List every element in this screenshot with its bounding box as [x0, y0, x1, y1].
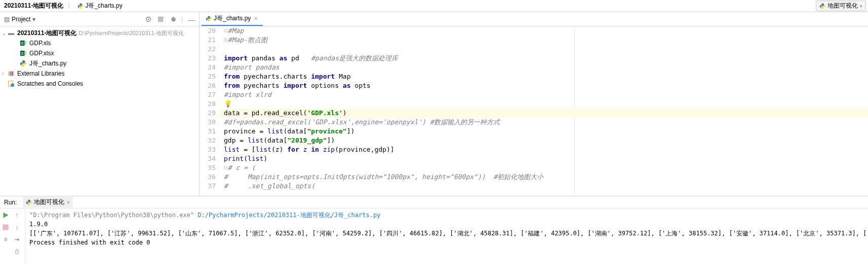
run-body: ↑ ↓ ≡ ⇥ · ⎙ "D:\Program Files\Python\Pyt…: [0, 208, 868, 264]
code-text: pd: [287, 54, 311, 62]
line-number: 35: [200, 163, 216, 172]
code-text: list: [248, 155, 263, 162]
code-text: data = pd.read_excel(: [224, 109, 307, 117]
code-text: as: [343, 82, 351, 89]
svg-rect-15: [25, 54, 27, 55]
svg-point-26: [29, 204, 30, 204]
line-number: 32: [200, 136, 216, 145]
breadcrumb-file-label: J哥_charts.py: [85, 2, 122, 10]
svg-rect-10: [25, 44, 27, 45]
gutter[interactable]: 20 21 22 23 24 25 26 27 28 29 30 31 32 3…: [200, 26, 220, 196]
line-number: 21: [200, 36, 216, 45]
intention-bulb-icon[interactable]: 💡: [224, 100, 232, 108]
divider: |: [181, 16, 183, 23]
run-label: Run:: [4, 199, 17, 206]
code-text: opts: [350, 82, 370, 89]
code-text: #import xlrd: [224, 91, 271, 98]
file-path: D:\PycharmProjects\20210311-地图可视化: [78, 29, 184, 37]
code-text: ]): [347, 127, 355, 135]
line-number: 31: [200, 127, 216, 136]
code-text: # Map(init_opts=opts.InitOpts(width="100…: [224, 173, 543, 181]
navigation-bar: 20210311-地图可视化 〉 J哥_charts.py 地图可视化 ▾: [0, 0, 868, 12]
code-text: #pandas是强大的数据处理库: [311, 54, 398, 62]
file-charts-py[interactable]: J哥_charts.py: [0, 58, 199, 68]
console-output[interactable]: "D:\Program Files\Python\Python38\python…: [25, 208, 868, 264]
target-icon[interactable]: [145, 16, 152, 23]
breadcrumb-file[interactable]: J哥_charts.py: [75, 1, 124, 11]
code-text: as: [280, 54, 288, 62]
editor-tab-charts[interactable]: J哥_charts.py ×: [202, 12, 263, 26]
layout-icon[interactable]: ≡: [1, 235, 10, 244]
code-text: in: [311, 146, 319, 153]
code-text: (data[: [283, 127, 307, 135]
project-tool-window: ▤ Project ▾ | — ⌄ ▬ 20210311-地图可视化 D:\Py…: [0, 12, 200, 196]
code-text: zip: [323, 146, 335, 153]
console-text: D:/PycharmProjects/20210311-地图可视化/J哥_cha…: [198, 212, 380, 219]
collapse-icon[interactable]: [157, 16, 164, 23]
code-text: options: [307, 82, 342, 89]
rerun-icon[interactable]: [1, 211, 10, 220]
editor-body[interactable]: 20 21 22 23 24 25 26 27 28 29 30 31 32 3…: [200, 26, 868, 196]
code-text: # c = (: [228, 164, 256, 171]
chevron-down-icon: ▾: [32, 16, 35, 23]
svg-point-5: [148, 18, 149, 20]
svg-rect-27: [3, 224, 8, 230]
code-text: print: [224, 155, 244, 162]
svg-point-17: [24, 65, 24, 66]
code-text: #import pandas: [224, 63, 280, 71]
python-icon: [26, 199, 32, 205]
editor-panel: J哥_charts.py × 20 21 22 23 24 25 26 27 2…: [200, 12, 868, 196]
code-area[interactable]: ⊟#Map ⊟#Map-散点图 import pandas as pd #pan…: [220, 26, 868, 196]
run-configuration-selector[interactable]: 地图可视化 ▾: [816, 1, 866, 11]
file-gdp-xls[interactable]: X GDP.xls: [0, 38, 199, 48]
file-gdp-xlsx[interactable]: X GDP.xlsx: [0, 48, 199, 58]
code-text: "2019_gdp": [287, 136, 327, 144]
close-icon[interactable]: ×: [66, 199, 70, 206]
svg-point-0: [80, 4, 80, 4]
excel-icon: X: [19, 39, 27, 47]
code-text: list: [224, 146, 240, 153]
chevron-right-icon: 〉: [66, 2, 74, 10]
soft-wrap-icon[interactable]: ⇥: [12, 235, 21, 244]
python-icon: [206, 16, 212, 22]
code-text: #Map-散点图: [228, 36, 267, 44]
code-text: #df=pandas.read_excel('GDP.xlsx',engine=…: [224, 118, 500, 126]
project-view-selector[interactable]: ▤ Project ▾: [4, 16, 145, 23]
svg-text:X: X: [21, 42, 24, 45]
gear-icon[interactable]: [169, 16, 176, 23]
excel-icon: X: [19, 49, 27, 57]
down-icon[interactable]: ↓: [12, 223, 21, 232]
code-text: province =: [224, 127, 267, 135]
code-text: import: [224, 54, 248, 62]
run-tab[interactable]: 地图可视化 ×: [23, 197, 73, 207]
print-icon[interactable]: ⎙: [12, 247, 21, 256]
project-tree[interactable]: ⌄ ▬ 20210311-地图可视化 D:\PycharmProjects\20…: [0, 26, 199, 196]
close-icon[interactable]: ×: [253, 15, 259, 22]
line-number: 33: [200, 145, 216, 154]
code-text: import: [311, 73, 335, 80]
file-label: GDP.xlsx: [29, 50, 54, 57]
run-toolbar: ↑ ↓ ≡ ⇥ · ⎙: [0, 208, 25, 264]
up-icon[interactable]: ↑: [12, 211, 21, 220]
svg-point-16: [22, 61, 23, 61]
code-text: list: [267, 127, 283, 135]
console-text: Process finished with exit code 0: [29, 238, 864, 247]
breadcrumb-project[interactable]: 20210311-地图可视化: [2, 1, 65, 11]
line-number: 27: [200, 90, 216, 99]
code-text: gdp =: [224, 136, 248, 144]
code-text: from: [224, 82, 240, 89]
project-root[interactable]: ⌄ ▬ 20210311-地图可视化 D:\PycharmProjects\20…: [0, 28, 199, 38]
svg-rect-14: [25, 52, 27, 53]
scratches-consoles[interactable]: Scratches and Consoles: [0, 79, 199, 89]
file-label: Scratches and Consoles: [17, 80, 83, 87]
line-number: 20: [200, 26, 216, 36]
hide-icon[interactable]: —: [188, 16, 195, 23]
svg-point-23: [208, 16, 208, 17]
project-panel-icon: ▤: [4, 16, 10, 23]
line-number: 26: [200, 81, 216, 90]
external-libraries[interactable]: › External Libraries: [0, 68, 199, 79]
python-icon: [819, 3, 825, 9]
svg-point-3: [823, 8, 823, 8]
tab-label: J哥_charts.py: [214, 14, 251, 23]
stop-icon[interactable]: [1, 223, 10, 232]
